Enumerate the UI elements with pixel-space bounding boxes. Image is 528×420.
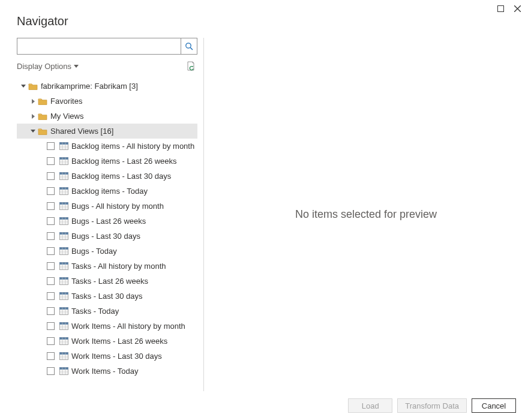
tree-item-bugs-today[interactable]: Bugs - Today xyxy=(17,244,197,259)
footer: Load Transform Data Cancel xyxy=(0,391,528,420)
svg-rect-30 xyxy=(59,203,68,205)
tree-item-label: Backlog items - All history by month xyxy=(71,142,194,151)
expander-none xyxy=(40,188,46,194)
checkbox[interactable] xyxy=(47,202,55,210)
dialog-content: Display Options fabrikampri xyxy=(0,38,528,391)
tree-item-label: Favorites xyxy=(50,97,82,106)
search-input[interactable] xyxy=(17,38,181,55)
svg-rect-6 xyxy=(59,143,68,145)
checkbox[interactable] xyxy=(47,352,55,360)
checkbox[interactable] xyxy=(47,217,55,225)
expand-icon[interactable] xyxy=(497,5,504,12)
tree-item-tasks-today[interactable]: Tasks - Today xyxy=(17,304,197,319)
folder-icon xyxy=(37,97,48,106)
checkbox[interactable] xyxy=(47,307,55,315)
display-options-dropdown[interactable]: Display Options xyxy=(17,62,79,71)
table-icon xyxy=(58,367,69,375)
chevron-right-icon[interactable] xyxy=(30,113,36,119)
tree-item-work-items-today[interactable]: Work Items - Today xyxy=(17,364,197,379)
expander-none xyxy=(40,233,46,239)
tree-item-label: Work Items - Last 30 days xyxy=(71,352,162,361)
checkbox[interactable] xyxy=(47,142,55,150)
checkbox[interactable] xyxy=(47,367,55,375)
checkbox[interactable] xyxy=(47,322,55,330)
expander-none xyxy=(40,263,46,269)
tree-item-work-items-all-history-by-month[interactable]: Work Items - All history by month xyxy=(17,319,197,334)
tree-folder-shared-views-16[interactable]: Shared Views [16] xyxy=(17,124,197,139)
expander-none xyxy=(40,278,46,284)
load-button[interactable]: Load xyxy=(348,398,392,413)
chevron-down-icon xyxy=(74,65,79,68)
refresh-icon xyxy=(186,61,196,71)
svg-rect-24 xyxy=(59,188,68,190)
tree-item-bugs-last-30-days[interactable]: Bugs - Last 30 days xyxy=(17,229,197,244)
tree-item-tasks-last-30-days[interactable]: Tasks - Last 30 days xyxy=(17,289,197,304)
search-icon xyxy=(185,42,193,50)
tree-folder-favorites[interactable]: Favorites xyxy=(17,94,197,109)
checkbox[interactable] xyxy=(47,262,55,270)
table-icon xyxy=(58,187,69,195)
table-icon xyxy=(58,307,69,315)
tree-item-backlog-items-last-30-days[interactable]: Backlog items - Last 30 days xyxy=(17,169,197,184)
search-row xyxy=(17,38,197,55)
tree-item-label: Work Items - Today xyxy=(71,367,139,376)
folder-icon xyxy=(28,82,38,91)
svg-line-4 xyxy=(190,47,193,50)
svg-rect-12 xyxy=(59,158,68,160)
transform-data-button[interactable]: Transform Data xyxy=(397,398,467,413)
svg-rect-78 xyxy=(59,323,68,325)
display-options-label: Display Options xyxy=(17,62,71,71)
cancel-button[interactable]: Cancel xyxy=(472,398,516,413)
table-icon xyxy=(58,217,69,225)
checkbox[interactable] xyxy=(47,187,55,195)
table-icon xyxy=(58,157,69,165)
tree-item-tasks-all-history-by-month[interactable]: Tasks - All history by month xyxy=(17,259,197,274)
tree-item-label: Bugs - Last 26 weeks xyxy=(71,217,146,226)
checkbox[interactable] xyxy=(47,157,55,165)
svg-rect-90 xyxy=(59,353,68,355)
checkbox[interactable] xyxy=(47,277,55,285)
tree-item-label: Shared Views [16] xyxy=(50,127,113,136)
tree-item-backlog-items-all-history-by-month[interactable]: Backlog items - All history by month xyxy=(17,139,197,154)
table-icon xyxy=(58,262,69,270)
tree-folder-my-views[interactable]: My Views xyxy=(17,109,197,124)
checkbox[interactable] xyxy=(47,172,55,180)
tree-root[interactable]: fabrikamprime: Fabrikam [3] xyxy=(17,79,197,94)
tree-item-backlog-items-last-26-weeks[interactable]: Backlog items - Last 26 weeks xyxy=(17,154,197,169)
tree-item-label: Bugs - Last 30 days xyxy=(71,232,140,241)
checkbox[interactable] xyxy=(47,232,55,240)
table-icon xyxy=(58,352,69,360)
tree-item-label: My Views xyxy=(50,112,83,121)
tree-item-work-items-last-26-weeks[interactable]: Work Items - Last 26 weeks xyxy=(17,334,197,349)
table-icon xyxy=(58,292,69,300)
tree-item-label: Work Items - Last 26 weeks xyxy=(71,337,167,346)
expander-none xyxy=(40,173,46,179)
chevron-right-icon[interactable] xyxy=(30,98,36,104)
tree-item-work-items-last-30-days[interactable]: Work Items - Last 30 days xyxy=(17,349,197,364)
search-button[interactable] xyxy=(181,38,197,55)
tree-item-backlog-items-today[interactable]: Backlog items - Today xyxy=(17,184,197,199)
chevron-down-icon[interactable] xyxy=(20,83,26,89)
close-icon[interactable] xyxy=(514,5,521,12)
checkbox[interactable] xyxy=(47,292,55,300)
table-icon xyxy=(58,322,69,330)
checkbox[interactable] xyxy=(47,337,55,345)
tree-item-label: Backlog items - Last 26 weeks xyxy=(71,157,177,166)
chevron-down-icon[interactable] xyxy=(30,128,36,134)
navigation-tree: fabrikamprime: Fabrikam [3] Favorites My… xyxy=(17,79,197,391)
folder-icon xyxy=(37,127,48,136)
expander-none xyxy=(40,368,46,374)
tree-item-tasks-last-26-weeks[interactable]: Tasks - Last 26 weeks xyxy=(17,274,197,289)
checkbox[interactable] xyxy=(47,247,55,255)
navigation-pane: Display Options fabrikampri xyxy=(0,38,204,391)
table-icon xyxy=(58,337,69,345)
svg-point-3 xyxy=(186,43,191,48)
expander-none xyxy=(40,308,46,314)
table-icon xyxy=(58,232,69,240)
refresh-button[interactable] xyxy=(184,59,197,73)
tree-item-label: Tasks - Last 26 weeks xyxy=(71,277,148,286)
tree-item-bugs-last-26-weeks[interactable]: Bugs - Last 26 weeks xyxy=(17,214,197,229)
expander-none xyxy=(40,323,46,329)
svg-rect-36 xyxy=(59,218,68,220)
tree-item-bugs-all-history-by-month[interactable]: Bugs - All history by month xyxy=(17,199,197,214)
